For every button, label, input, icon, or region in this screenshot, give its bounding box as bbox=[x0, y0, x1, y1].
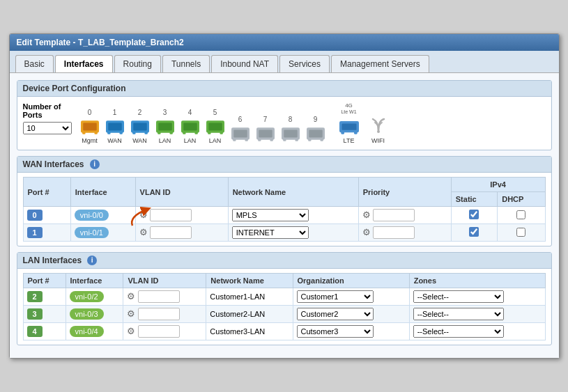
wan-vlan-gear-1[interactable]: ⚙ bbox=[139, 227, 148, 237]
th-port: Port # bbox=[23, 178, 70, 207]
port-item-wifi: WIFI bbox=[364, 106, 392, 144]
wan-vlan-input-1[interactable] bbox=[150, 226, 192, 239]
lan-vlan-gear-0[interactable]: ⚙ bbox=[127, 291, 135, 301]
svg-rect-26 bbox=[233, 139, 236, 141]
lan-network-0: Customer1-LAN bbox=[206, 288, 293, 306]
lan-interface-1: vni-0/3 bbox=[66, 306, 123, 323]
svg-rect-37 bbox=[309, 130, 323, 138]
svg-rect-34 bbox=[283, 139, 286, 141]
svg-rect-39 bbox=[320, 139, 323, 141]
lan-vlan-gear-2[interactable]: ⚙ bbox=[127, 326, 135, 336]
wan-port-1: 1 bbox=[23, 224, 70, 242]
lan-table: Port # Interface VLAN ID Network Name Or… bbox=[23, 273, 546, 340]
lan-port-0: 2 bbox=[23, 288, 66, 306]
num-ports-control: Number ofPorts 10 bbox=[23, 102, 72, 134]
wan-interfaces-content: Port # Interface VLAN ID Network Name Pr… bbox=[17, 173, 551, 246]
wan-network-select-1[interactable]: INTERNET bbox=[232, 226, 309, 239]
svg-rect-33 bbox=[284, 130, 298, 138]
wan-priority-input-0[interactable] bbox=[373, 209, 415, 221]
th-vlan-id: VLAN ID bbox=[135, 178, 228, 207]
lan-org-0: Customer1 bbox=[293, 288, 409, 306]
lan-row-0: 2 vni-0/2 ⚙ Customer1-LAN bbox=[23, 288, 545, 306]
lan-zones-select-1[interactable]: --Select-- bbox=[413, 308, 504, 320]
device-port-config-section: Device Port Configuration Number ofPorts… bbox=[17, 80, 552, 150]
wan-priority-gear-0[interactable]: ⚙ bbox=[362, 210, 371, 220]
wan-dhcp-checkbox-0[interactable] bbox=[516, 210, 525, 219]
th-lan-vlan-id: VLAN ID bbox=[123, 274, 206, 288]
wan-vlan-gear-0[interactable]: ⚙ bbox=[139, 210, 148, 220]
lan-row-2: 4 vni-0/4 ⚙ Customer3-LAN bbox=[23, 323, 545, 340]
main-content: Device Port Configuration Number ofPorts… bbox=[10, 73, 559, 358]
svg-rect-15 bbox=[169, 132, 172, 134]
lan-vlan-2: ⚙ bbox=[123, 323, 206, 340]
wan-info-icon: i bbox=[90, 159, 100, 169]
svg-rect-38 bbox=[308, 139, 311, 141]
lan-port-2: 4 bbox=[23, 323, 66, 340]
tab-interfaces[interactable]: Interfaces bbox=[55, 55, 113, 72]
num-ports-select[interactable]: 10 bbox=[23, 122, 72, 134]
lan-vlan-gear-1[interactable]: ⚙ bbox=[127, 308, 135, 319]
lan-info-icon: i bbox=[87, 256, 97, 265]
lan-vlan-input-1[interactable] bbox=[138, 308, 180, 320]
svg-rect-41 bbox=[341, 124, 356, 130]
lan-zones-2: --Select-- bbox=[409, 323, 545, 340]
num-ports-label: Number ofPorts bbox=[23, 102, 72, 119]
svg-rect-35 bbox=[295, 139, 298, 141]
svg-rect-29 bbox=[259, 130, 273, 138]
th-interface: Interface bbox=[70, 178, 135, 207]
svg-rect-17 bbox=[183, 123, 197, 131]
wan-static-0 bbox=[451, 207, 497, 224]
svg-rect-31 bbox=[270, 139, 273, 141]
wan-vlan-0: ⚙ bbox=[135, 207, 228, 224]
wan-dhcp-1 bbox=[498, 224, 545, 242]
tab-bar: Basic Interfaces Routing Tunnels Inbound… bbox=[10, 51, 559, 73]
lan-interfaces-content: Port # Interface VLAN ID Network Name Or… bbox=[17, 269, 551, 345]
svg-rect-7 bbox=[119, 132, 122, 134]
wan-port-0: 0 bbox=[23, 207, 70, 224]
svg-rect-3 bbox=[94, 132, 97, 134]
lan-interfaces-title: LAN Interfaces i bbox=[17, 253, 551, 269]
wan-row-0: 0 vni-0/0 ⚙ MPLS bbox=[23, 207, 545, 224]
svg-rect-18 bbox=[183, 132, 185, 134]
lan-org-select-2[interactable]: Cutsomer3 bbox=[297, 325, 374, 338]
svg-rect-10 bbox=[132, 132, 135, 134]
lan-org-2: Cutsomer3 bbox=[293, 323, 409, 340]
tab-inbound-nat[interactable]: Inbound NAT bbox=[211, 55, 278, 72]
lan-zones-select-0[interactable]: --Select-- bbox=[413, 290, 504, 303]
wan-interface-0: vni-0/0 bbox=[70, 207, 135, 224]
wan-static-checkbox-1[interactable] bbox=[469, 227, 479, 237]
svg-rect-25 bbox=[233, 130, 247, 138]
wan-vlan-1: ⚙ bbox=[135, 224, 228, 242]
lan-vlan-input-0[interactable] bbox=[138, 290, 180, 303]
svg-rect-27 bbox=[245, 139, 247, 141]
svg-rect-22 bbox=[208, 132, 210, 134]
port-item-5: 5 LAN bbox=[204, 109, 227, 144]
th-lan-organization: Organization bbox=[293, 274, 409, 288]
lan-vlan-input-2[interactable] bbox=[138, 325, 180, 338]
wan-vlan-input-0[interactable] bbox=[150, 209, 192, 221]
lan-network-2: Customer3-LAN bbox=[206, 323, 293, 340]
port-item-8: 8 bbox=[279, 116, 302, 144]
tab-basic[interactable]: Basic bbox=[15, 55, 54, 72]
th-lan-zones: Zones bbox=[409, 274, 545, 288]
lan-network-1: Customer2-LAN bbox=[206, 306, 293, 323]
wan-static-1 bbox=[451, 224, 497, 242]
tab-services[interactable]: Services bbox=[279, 55, 330, 72]
tab-routing[interactable]: Routing bbox=[114, 55, 161, 72]
wan-priority-input-1[interactable] bbox=[373, 226, 415, 239]
lan-vlan-1: ⚙ bbox=[123, 306, 206, 323]
th-lan-port: Port # bbox=[23, 274, 66, 288]
svg-rect-6 bbox=[107, 132, 110, 134]
wan-static-checkbox-0[interactable] bbox=[469, 210, 479, 219]
lan-org-select-1[interactable]: Customer2 bbox=[297, 308, 374, 320]
port-config-row: Number ofPorts 10 0 bbox=[23, 102, 546, 144]
tab-tunnels[interactable]: Tunnels bbox=[162, 55, 210, 72]
wan-priority-gear-1[interactable]: ⚙ bbox=[362, 227, 371, 237]
tab-management-servers[interactable]: Management Servers bbox=[331, 55, 429, 72]
wan-dhcp-checkbox-1[interactable] bbox=[516, 228, 525, 237]
th-ipv4: IPv4 bbox=[451, 178, 545, 192]
lan-zones-select-2[interactable]: --Select-- bbox=[413, 325, 504, 338]
lan-org-select-0[interactable]: Customer1 bbox=[297, 290, 374, 303]
wan-network-select-0[interactable]: MPLS bbox=[232, 209, 309, 221]
svg-rect-1 bbox=[83, 123, 97, 131]
